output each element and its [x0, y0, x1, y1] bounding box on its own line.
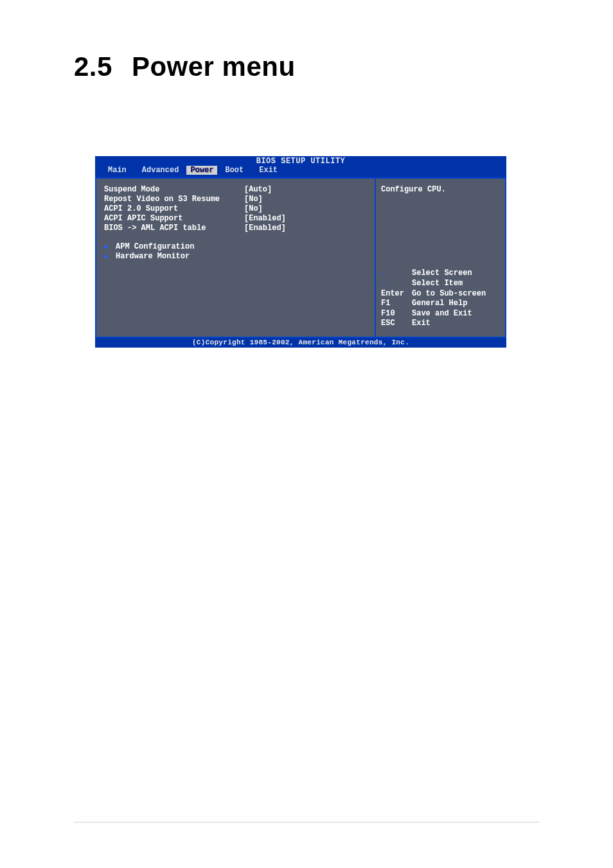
nav-key: Enter: [381, 289, 412, 299]
triangle-right-icon: ▶: [104, 252, 116, 261]
setting-value: [Auto]: [244, 185, 272, 195]
submenu-label: APM Configuration: [116, 242, 194, 252]
setting-label: BIOS -> AML ACPI table: [104, 224, 244, 233]
nav-action: Exit: [412, 319, 431, 329]
horizontal-rule: [74, 822, 539, 823]
page-heading: 2.5Power menu: [74, 51, 296, 82]
nav-key: F1: [381, 299, 412, 309]
tab-advanced[interactable]: Advanced: [134, 166, 187, 175]
nav-action: Select Item: [412, 279, 463, 289]
arrow-updown-icon: ↑↓: [381, 279, 389, 288]
submenu-apm-configuration[interactable]: ▶ APM Configuration: [104, 242, 367, 252]
bios-window: BIOS SETUP UTILITY Main Advanced Power B…: [95, 156, 506, 348]
nav-key: ↑↓: [381, 279, 412, 289]
arrow-left-icon: ←: [381, 269, 386, 278]
setting-value: [Enabled]: [244, 214, 286, 224]
nav-action: Save and Exit: [412, 309, 472, 319]
nav-key: F10: [381, 309, 412, 319]
section-title: Power menu: [132, 51, 296, 82]
nav-help: ← Select Screen ↑↓ Select Item Enter Go …: [381, 269, 500, 329]
setting-value: [Enabled]: [244, 224, 286, 233]
tab-boot[interactable]: Boot: [217, 166, 251, 175]
setting-label: Repost Video on S3 Resume: [104, 195, 244, 204]
triangle-right-icon: ▶: [104, 243, 116, 252]
setting-label: Suspend Mode: [104, 185, 244, 195]
setting-value: [No]: [244, 195, 263, 204]
bios-title: BIOS SETUP UTILITY: [95, 156, 506, 166]
setting-repost-video[interactable]: Repost Video on S3 Resume [No]: [104, 195, 367, 204]
nav-f10: F10 Save and Exit: [381, 309, 500, 319]
nav-action: General Help: [412, 299, 467, 309]
bios-footer: (C)Copyright 1985-2002, American Megatre…: [95, 338, 506, 348]
setting-acpi-20[interactable]: ACPI 2.0 Support [No]: [104, 204, 367, 214]
spacer: [104, 233, 367, 242]
nav-select-screen: ← Select Screen: [381, 269, 500, 279]
tab-power[interactable]: Power: [186, 166, 217, 175]
tab-exit[interactable]: Exit: [251, 166, 285, 175]
submenu-label: Hardware Monitor: [116, 252, 190, 261]
tab-main[interactable]: Main: [100, 166, 134, 175]
setting-suspend-mode[interactable]: Suspend Mode [Auto]: [104, 185, 367, 195]
setting-bios-aml[interactable]: BIOS -> AML ACPI table [Enabled]: [104, 224, 367, 233]
setting-acpi-apic[interactable]: ACPI APIC Support [Enabled]: [104, 214, 367, 224]
help-text: Configure CPU.: [381, 185, 500, 195]
nav-f1: F1 General Help: [381, 299, 500, 309]
nav-enter: Enter Go to Sub-screen: [381, 289, 500, 299]
bios-tabs: Main Advanced Power Boot Exit: [95, 166, 506, 176]
submenu-hardware-monitor[interactable]: ▶ Hardware Monitor: [104, 252, 367, 261]
bios-right-pane: Configure CPU. ← Select Screen ↑↓ Select…: [375, 177, 506, 338]
nav-key: ESC: [381, 319, 412, 329]
nav-key: ←: [381, 269, 412, 279]
nav-select-item: ↑↓ Select Item: [381, 279, 500, 289]
section-number: 2.5: [74, 51, 112, 82]
bios-body: Suspend Mode [Auto] Repost Video on S3 R…: [95, 176, 506, 338]
nav-esc: ESC Exit: [381, 319, 500, 329]
setting-label: ACPI APIC Support: [104, 214, 244, 224]
setting-value: [No]: [244, 204, 263, 214]
bios-left-pane: Suspend Mode [Auto] Repost Video on S3 R…: [95, 177, 375, 338]
setting-label: ACPI 2.0 Support: [104, 204, 244, 214]
nav-action: Go to Sub-screen: [412, 289, 486, 299]
nav-action: Select Screen: [412, 269, 472, 279]
